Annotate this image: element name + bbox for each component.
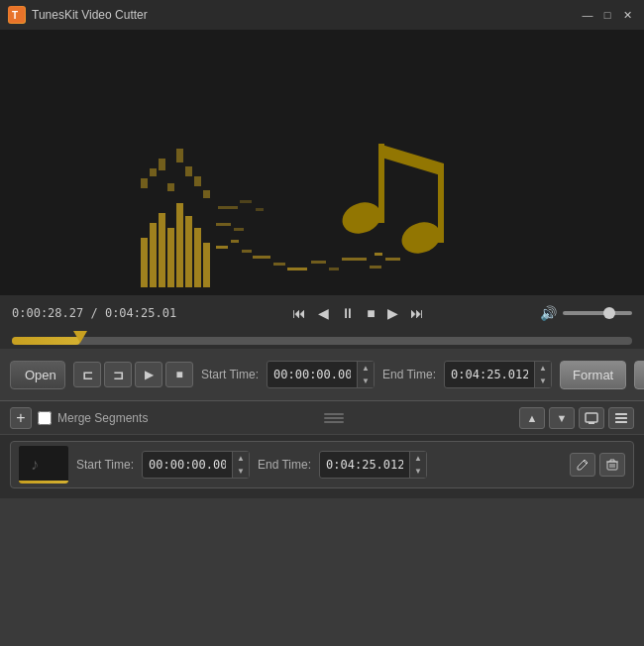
seg-end-time-group: ▲ ▼ bbox=[319, 451, 427, 479]
merge-checkbox[interactable] bbox=[38, 411, 52, 425]
svg-rect-5 bbox=[159, 213, 165, 287]
fast-forward-button[interactable]: ⏭ bbox=[406, 303, 428, 323]
svg-rect-14 bbox=[167, 183, 174, 191]
mark-in-button[interactable]: ⊏ bbox=[73, 362, 101, 387]
svg-rect-29 bbox=[342, 258, 367, 261]
svg-rect-10 bbox=[203, 243, 210, 287]
svg-rect-2 bbox=[0, 30, 644, 295]
segment-row: ♪ Start Time: ▲ ▼ End Time: ▲ ▼ bbox=[10, 441, 634, 488]
start-time-spinners: ▲ ▼ bbox=[357, 362, 374, 387]
end-time-spinners: ▲ ▼ bbox=[534, 362, 551, 387]
end-time-input-group: ▲ ▼ bbox=[444, 361, 552, 388]
segments-header: + Merge Segments ▲ ▼ bbox=[0, 401, 644, 435]
svg-rect-15 bbox=[176, 149, 183, 162]
svg-rect-13 bbox=[159, 159, 165, 170]
seg-start-time-group: ▲ ▼ bbox=[142, 451, 250, 479]
svg-rect-22 bbox=[216, 223, 231, 226]
open-button[interactable]: Open bbox=[10, 361, 65, 389]
format-button[interactable]: Format bbox=[560, 361, 626, 389]
drag-handle bbox=[324, 413, 344, 423]
seg-end-up[interactable]: ▲ bbox=[410, 452, 426, 465]
app-icon: T bbox=[8, 6, 26, 24]
segments-panel: + Merge Segments ▲ ▼ bbox=[0, 400, 644, 498]
volume-icon: 🔊 bbox=[540, 305, 557, 321]
seek-bar[interactable] bbox=[12, 337, 632, 345]
svg-rect-6 bbox=[167, 228, 174, 287]
mark-out-button[interactable]: ⊐ bbox=[104, 362, 132, 387]
seg-start-down[interactable]: ▼ bbox=[233, 465, 249, 478]
svg-rect-7 bbox=[176, 203, 183, 287]
svg-rect-41 bbox=[586, 413, 597, 422]
clip-buttons: ⊏ ⊐ ▶ ■ bbox=[73, 362, 193, 387]
add-segment-button[interactable]: + bbox=[10, 407, 32, 429]
delete-segment-button[interactable] bbox=[599, 453, 625, 477]
svg-rect-45 bbox=[615, 421, 627, 423]
start-time-up[interactable]: ▲ bbox=[358, 362, 374, 375]
end-time-up[interactable]: ▲ bbox=[535, 362, 551, 375]
svg-rect-28 bbox=[329, 268, 339, 270]
seg-start-up[interactable]: ▲ bbox=[233, 452, 249, 465]
end-time-down[interactable]: ▼ bbox=[535, 375, 551, 387]
edit-segment-button[interactable] bbox=[570, 453, 595, 477]
seek-thumb bbox=[73, 331, 87, 343]
end-time-input[interactable] bbox=[445, 368, 534, 381]
step-back-button[interactable]: ⏮ bbox=[288, 303, 310, 323]
svg-rect-12 bbox=[150, 168, 157, 176]
move-down-button[interactable]: ▼ bbox=[549, 407, 575, 429]
svg-rect-11 bbox=[141, 178, 148, 188]
svg-rect-20 bbox=[231, 240, 239, 243]
svg-rect-9 bbox=[194, 228, 201, 287]
merge-label: Merge Segments bbox=[57, 411, 148, 425]
maximize-button[interactable]: □ bbox=[598, 6, 616, 24]
volume-slider[interactable] bbox=[563, 311, 632, 315]
seg-end-time[interactable] bbox=[320, 458, 409, 472]
playback-controls: ⏮ ◀ ⏸ ■ ▶ ⏭ bbox=[184, 303, 532, 323]
svg-rect-26 bbox=[287, 268, 307, 270]
pause-button[interactable]: ⏸ bbox=[337, 303, 359, 323]
list-view-button[interactable] bbox=[608, 407, 634, 429]
play-clip-button[interactable]: ▶ bbox=[135, 362, 162, 387]
stop-button[interactable]: ■ bbox=[363, 303, 378, 323]
start-time-input-group: ▲ ▼ bbox=[267, 361, 375, 388]
move-up-button[interactable]: ▲ bbox=[519, 407, 545, 429]
svg-rect-25 bbox=[273, 263, 285, 266]
seg-start-time[interactable] bbox=[143, 458, 232, 472]
play-button[interactable]: ▶ bbox=[383, 303, 402, 323]
svg-rect-33 bbox=[218, 206, 238, 209]
segments-list: ♪ Start Time: ▲ ▼ End Time: ▲ ▼ bbox=[0, 435, 644, 498]
screen-button[interactable] bbox=[579, 407, 604, 429]
seek-progress bbox=[12, 337, 80, 345]
prev-frame-button[interactable]: ◀ bbox=[314, 303, 333, 323]
app-title: TunesKit Video Cutter bbox=[32, 8, 579, 22]
seg-start-label: Start Time: bbox=[76, 458, 134, 472]
segment-thumbnail: ♪ bbox=[19, 446, 68, 484]
start-button[interactable]: Start bbox=[634, 361, 644, 389]
svg-rect-31 bbox=[375, 253, 382, 256]
seek-bar-container[interactable] bbox=[0, 331, 644, 349]
svg-rect-18 bbox=[203, 190, 210, 198]
svg-rect-16 bbox=[185, 166, 192, 176]
svg-rect-27 bbox=[311, 261, 326, 264]
segment-sort-buttons: ▲ ▼ bbox=[519, 407, 634, 429]
svg-rect-30 bbox=[370, 266, 381, 269]
minimize-button[interactable]: — bbox=[579, 6, 596, 24]
segment-actions bbox=[570, 453, 625, 477]
volume-group: 🔊 bbox=[540, 305, 632, 321]
svg-rect-3 bbox=[141, 238, 148, 287]
close-button[interactable]: ✕ bbox=[618, 6, 636, 24]
svg-rect-19 bbox=[216, 246, 228, 249]
seg-end-down[interactable]: ▼ bbox=[410, 465, 426, 478]
svg-rect-35 bbox=[256, 208, 264, 211]
svg-rect-23 bbox=[234, 228, 244, 231]
start-time-label: Start Time: bbox=[201, 368, 259, 381]
trim-controls: Open ⊏ ⊐ ▶ ■ Start Time: ▲ ▼ End Time: ▲… bbox=[0, 349, 644, 400]
start-time-input[interactable] bbox=[268, 368, 357, 381]
start-time-down[interactable]: ▼ bbox=[358, 375, 374, 387]
svg-rect-32 bbox=[385, 258, 400, 261]
svg-text:T: T bbox=[12, 10, 18, 21]
stop-clip-button[interactable]: ■ bbox=[165, 362, 193, 387]
svg-rect-21 bbox=[242, 250, 252, 253]
svg-rect-44 bbox=[615, 417, 627, 419]
svg-rect-43 bbox=[615, 413, 627, 415]
end-time-label: End Time: bbox=[382, 368, 436, 381]
